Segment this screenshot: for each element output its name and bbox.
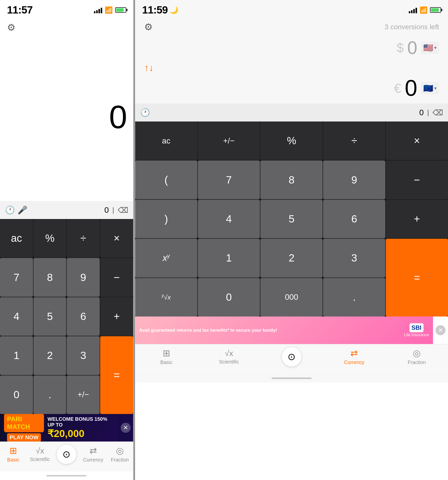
ad-brand-right: SBI bbox=[412, 324, 422, 331]
key-4-right[interactable]: 4 bbox=[198, 200, 260, 238]
nav-fraction-label-right: Fraction bbox=[408, 360, 426, 365]
key-2-right[interactable]: 2 bbox=[260, 239, 323, 277]
separator-right: | bbox=[427, 108, 429, 116]
nav-fraction-right[interactable]: ◎ Fraction bbox=[386, 348, 448, 365]
key-8-right[interactable]: 8 bbox=[260, 160, 323, 199]
key-0-left[interactable]: 0 bbox=[0, 376, 33, 414]
display-number-left: 0 bbox=[109, 98, 126, 136]
key-1-right[interactable]: 1 bbox=[198, 239, 260, 277]
nav-camera-right[interactable]: ⊙ bbox=[260, 347, 323, 367]
key-0-right[interactable]: 0 bbox=[198, 278, 260, 316]
key-multiply-right[interactable]: × bbox=[386, 122, 448, 160]
backspace-btn-left[interactable]: ⌫ bbox=[118, 206, 128, 214]
currency-icon-right: ⇄ bbox=[350, 348, 358, 358]
ad-text-right: Avail guaranteed returns and tax benefit… bbox=[139, 328, 401, 333]
status-bar-left: 11:57 📶 bbox=[0, 0, 133, 18]
usd-value: 0 bbox=[407, 38, 417, 58]
key-multiply-left[interactable]: × bbox=[100, 219, 133, 258]
key-7-right[interactable]: 7 bbox=[198, 160, 260, 199]
key-minus-right[interactable]: − bbox=[386, 160, 448, 199]
key-minus-left[interactable]: − bbox=[100, 258, 133, 296]
ad-close-right[interactable]: ✕ bbox=[436, 325, 446, 335]
key-8-left[interactable]: 8 bbox=[33, 258, 66, 296]
camera-icon-left: ⊙ bbox=[62, 449, 70, 460]
settings-icon-right[interactable]: ⚙ bbox=[144, 22, 153, 32]
ad-banner-left: PARI MATCH PLAY NOW WELCOME BONUS 150% U… bbox=[0, 414, 133, 442]
backspace-btn-right[interactable]: ⌫ bbox=[433, 108, 443, 117]
battery-icon-right bbox=[430, 7, 441, 13]
status-bar-right: 11:59 🌙 📶 bbox=[135, 0, 448, 18]
eur-value: 0 bbox=[405, 75, 417, 101]
key-dot-right[interactable]: . bbox=[323, 278, 385, 316]
key-9-left[interactable]: 9 bbox=[67, 258, 100, 296]
nav-currency-left[interactable]: ⇄ Currency bbox=[80, 446, 107, 463]
mic-icon-left[interactable]: 🎤 bbox=[17, 205, 27, 215]
key-plusminus-right[interactable]: +/− bbox=[198, 122, 260, 160]
key-ac-left[interactable]: ac bbox=[0, 219, 33, 258]
input-display-left: 0 bbox=[30, 206, 109, 215]
display-area-left: 0 bbox=[7, 36, 126, 198]
input-bar-right: 🕐 0 | ⌫ bbox=[135, 104, 448, 122]
key-lparen-right[interactable]: ( bbox=[135, 160, 197, 199]
nav-fraction-left[interactable]: ◎ Fraction bbox=[106, 446, 133, 463]
key-3-right[interactable]: 3 bbox=[323, 239, 385, 277]
key-percent-right[interactable]: % bbox=[260, 122, 323, 160]
history-icon-left[interactable]: 🕐 bbox=[5, 205, 15, 215]
key-rparen-right[interactable]: ) bbox=[135, 200, 197, 238]
left-phone: 11:57 📶 ⚙ 0 🕐 🎤 0 | ⌫ bbox=[0, 0, 134, 480]
swap-button[interactable]: ↑↓ bbox=[144, 62, 154, 73]
nav-scientific-left[interactable]: √x Scientific bbox=[27, 446, 53, 462]
key-plusminus-left[interactable]: +/− bbox=[67, 376, 100, 414]
key-6-right[interactable]: 6 bbox=[323, 200, 385, 238]
key-3-left[interactable]: 3 bbox=[67, 336, 100, 375]
key-dot-left[interactable]: . bbox=[33, 376, 66, 414]
key-xy-right[interactable]: xy bbox=[135, 239, 197, 277]
ad-offer-left: WELCOME BONUS 150% UP TO bbox=[47, 416, 114, 428]
calc-top-left: ⚙ 0 bbox=[0, 18, 133, 201]
bottom-nav-right: ⊞ Basic √x Scientific ⊙ ⇄ Currency ◎ Fra… bbox=[135, 344, 448, 374]
ad-close-left[interactable]: ✕ bbox=[121, 423, 131, 433]
key-2-left[interactable]: 2 bbox=[33, 336, 66, 375]
key-4-left[interactable]: 4 bbox=[0, 297, 33, 336]
key-6-left[interactable]: 6 bbox=[67, 297, 100, 336]
ad-banner-right: Avail guaranteed returns and tax benefit… bbox=[135, 316, 448, 344]
key-5-right[interactable]: 5 bbox=[260, 200, 323, 238]
scientific-icon-left: √x bbox=[36, 446, 44, 456]
time-left: 11:57 bbox=[7, 4, 32, 16]
nav-camera-left[interactable]: ⊙ bbox=[53, 444, 80, 464]
nav-scientific-right[interactable]: √x Scientific bbox=[198, 349, 260, 365]
wifi-icon-right: 📶 bbox=[420, 6, 428, 14]
key-percent-left[interactable]: % bbox=[33, 219, 66, 258]
toolbar-left: ⚙ bbox=[7, 22, 126, 33]
key-7-left[interactable]: 7 bbox=[0, 258, 33, 296]
key-divide-right[interactable]: ÷ bbox=[323, 122, 385, 160]
basic-icon-right: ⊞ bbox=[163, 348, 170, 358]
key-000-right[interactable]: 000 bbox=[260, 278, 323, 316]
moon-icon-right: 🌙 bbox=[170, 6, 178, 14]
nav-basic-right[interactable]: ⊞ Basic bbox=[135, 348, 198, 365]
key-1-left[interactable]: 1 bbox=[0, 336, 33, 375]
eur-flag-btn[interactable]: 🇪🇺 ▾ bbox=[421, 82, 439, 94]
key-equals-right[interactable]: = bbox=[386, 239, 448, 316]
nav-basic-label-left: Basic bbox=[7, 457, 19, 463]
usd-flag-btn[interactable]: 🇺🇸 ▾ bbox=[421, 42, 439, 54]
eur-chevron-icon: ▾ bbox=[434, 86, 437, 91]
key-plus-right[interactable]: + bbox=[386, 200, 448, 238]
key-plus-left[interactable]: + bbox=[100, 297, 133, 336]
camera-icon-right: ⊙ bbox=[288, 351, 296, 362]
settings-icon-left[interactable]: ⚙ bbox=[7, 22, 15, 33]
key-yroot-right[interactable]: y√x bbox=[135, 278, 197, 316]
key-9-right[interactable]: 9 bbox=[323, 160, 385, 199]
history-icon-right[interactable]: 🕐 bbox=[140, 108, 150, 117]
key-ac-right[interactable]: ac bbox=[135, 122, 197, 160]
key-5-left[interactable]: 5 bbox=[33, 297, 66, 336]
key-equals-left[interactable]: = bbox=[100, 336, 133, 414]
nav-currency-right[interactable]: ⇄ Currency bbox=[323, 348, 385, 365]
nav-currency-label-left: Currency bbox=[83, 457, 103, 463]
battery-icon-left bbox=[115, 7, 126, 13]
nav-fraction-label-left: Fraction bbox=[111, 457, 129, 463]
input-bar-left: 🕐 🎤 0 | ⌫ bbox=[0, 201, 133, 219]
nav-basic-left[interactable]: ⊞ Basic bbox=[0, 446, 27, 463]
nav-scientific-label-right: Scientific bbox=[219, 359, 239, 365]
key-divide-left[interactable]: ÷ bbox=[67, 219, 100, 258]
